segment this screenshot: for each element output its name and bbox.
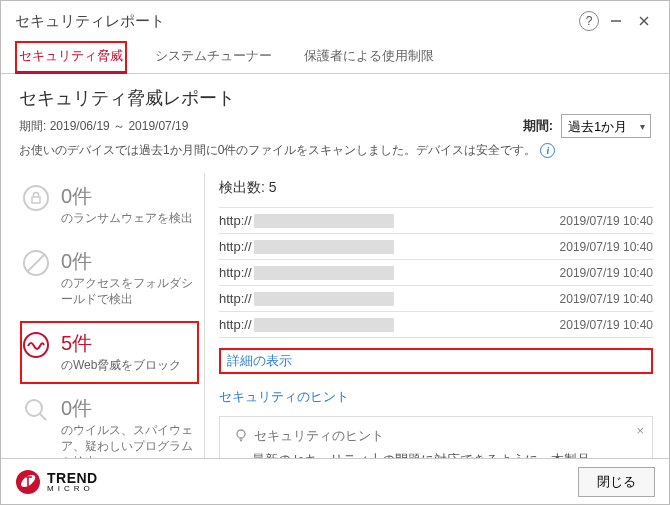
titlebar: セキュリティレポート ? <box>1 1 669 41</box>
detection-row[interactable]: http:// 2019/07/19 10:40 <box>219 233 653 259</box>
minimize-button[interactable] <box>605 10 627 32</box>
period-select[interactable]: 過去1か月 <box>561 114 651 138</box>
tab-bar: セキュリティ脅威 システムチューナー 保護者による使用制限 <box>1 41 669 74</box>
redacted-url <box>254 318 394 332</box>
hint-body: 最新のセキュリティ上の問題に対応できるように、本製品、OS、Webブラウザ、PD… <box>252 451 626 458</box>
security-hint-link[interactable]: セキュリティのヒント <box>219 388 653 406</box>
close-button[interactable] <box>633 10 655 32</box>
detection-list: http:// 2019/07/19 10:40 http:// 2019/07… <box>219 207 653 338</box>
tab-label: システムチューナー <box>155 48 272 63</box>
show-details-link[interactable]: 詳細の表示 <box>219 348 653 374</box>
footer: TREND MICRO 閉じる <box>1 458 669 504</box>
brand-logo: TREND MICRO <box>15 469 578 495</box>
search-icon <box>21 395 51 425</box>
tab-parental-controls[interactable]: 保護者による使用制限 <box>300 41 438 73</box>
svg-point-10 <box>237 430 245 438</box>
window-title: セキュリティレポート <box>15 12 573 31</box>
report-description: お使いのデバイスでは過去1か月間に0件のファイルをスキャンしました。デバイスは安… <box>19 142 536 159</box>
tab-label: セキュリティ脅威 <box>19 48 123 63</box>
detection-url-scheme: http:// <box>219 291 252 306</box>
tab-system-tuner[interactable]: システムチューナー <box>151 41 276 73</box>
summary-count: 5件 <box>61 330 181 357</box>
summary-desc: のWeb脅威をブロック <box>61 357 181 373</box>
tab-label: 保護者による使用制限 <box>304 48 434 63</box>
detection-url-scheme: http:// <box>219 239 252 254</box>
summary-item-ransomware[interactable]: 0件 のランサムウェアを検出 <box>19 173 200 238</box>
period-select-label: 期間: <box>523 117 553 135</box>
wave-icon <box>21 330 51 360</box>
redacted-url <box>254 214 394 228</box>
brand-text-bottom: MICRO <box>47 485 98 493</box>
hint-title: セキュリティのヒント <box>254 427 384 445</box>
tab-security-threats[interactable]: セキュリティ脅威 <box>15 41 127 73</box>
redacted-url <box>254 240 394 254</box>
detection-time: 2019/07/19 10:40 <box>560 240 653 254</box>
security-hint-box: × セキュリティのヒント 最新のセキュリティ上の問題に対応できるように、本製品、… <box>219 416 653 458</box>
close-button-footer[interactable]: 閉じる <box>578 467 655 497</box>
detection-row[interactable]: http:// 2019/07/19 10:40 <box>219 207 653 233</box>
summary-desc: のランサムウェアを検出 <box>61 210 193 226</box>
detection-time: 2019/07/19 10:40 <box>560 318 653 332</box>
redacted-url <box>254 292 394 306</box>
svg-point-8 <box>26 400 42 416</box>
detection-url-scheme: http:// <box>219 317 252 332</box>
detection-url-scheme: http:// <box>219 213 252 228</box>
summary-count: 0件 <box>61 395 196 422</box>
svg-line-9 <box>40 414 46 420</box>
detection-time: 2019/07/19 10:40 <box>560 214 653 228</box>
svg-point-3 <box>24 186 48 210</box>
help-icon[interactable]: ? <box>579 11 599 31</box>
detection-row[interactable]: http:// 2019/07/19 10:40 <box>219 285 653 311</box>
summary-desc: のアクセスをフォルダシールドで検出 <box>61 275 196 307</box>
detection-time: 2019/07/19 10:40 <box>560 292 653 306</box>
redacted-url <box>254 266 394 280</box>
svg-line-6 <box>28 255 44 271</box>
summary-item-folder-shield[interactable]: 0件 のアクセスをフォルダシールドで検出 <box>19 238 200 319</box>
report-header: セキュリティ脅威レポート 期間: 2019/06/19 ～ 2019/07/19… <box>1 74 669 163</box>
summary-item-virus[interactable]: 0件 のウイルス、スパイウェア、疑わしいプログラムを検出 <box>19 385 200 458</box>
info-icon[interactable]: i <box>540 143 555 158</box>
period-label: 期間: 2019/06/19 ～ 2019/07/19 <box>19 118 523 135</box>
detection-panel: 検出数: 5 http:// 2019/07/19 10:40 http:// … <box>205 173 669 458</box>
detection-heading: 検出数: 5 <box>219 179 653 197</box>
summary-item-web-threat[interactable]: 5件 のWeb脅威をブロック <box>19 320 200 385</box>
report-title: セキュリティ脅威レポート <box>19 86 651 110</box>
blocked-icon <box>21 248 51 278</box>
summary-count: 0件 <box>61 183 193 210</box>
summary-count: 0件 <box>61 248 196 275</box>
close-icon[interactable]: × <box>636 423 644 438</box>
detection-url-scheme: http:// <box>219 265 252 280</box>
brand-text-top: TREND <box>47 471 98 485</box>
svg-rect-4 <box>32 197 40 203</box>
detection-row[interactable]: http:// 2019/07/19 10:40 <box>219 311 653 338</box>
detection-time: 2019/07/19 10:40 <box>560 266 653 280</box>
trend-micro-icon <box>15 469 41 495</box>
summary-column: 0件 のランサムウェアを検出 0件 のアクセスをフォルダシールドで検出 <box>19 173 205 458</box>
bulb-icon <box>234 428 248 445</box>
summary-desc: のウイルス、スパイウェア、疑わしいプログラムを検出 <box>61 422 196 458</box>
detection-row[interactable]: http:// 2019/07/19 10:40 <box>219 259 653 285</box>
lock-icon <box>21 183 51 213</box>
